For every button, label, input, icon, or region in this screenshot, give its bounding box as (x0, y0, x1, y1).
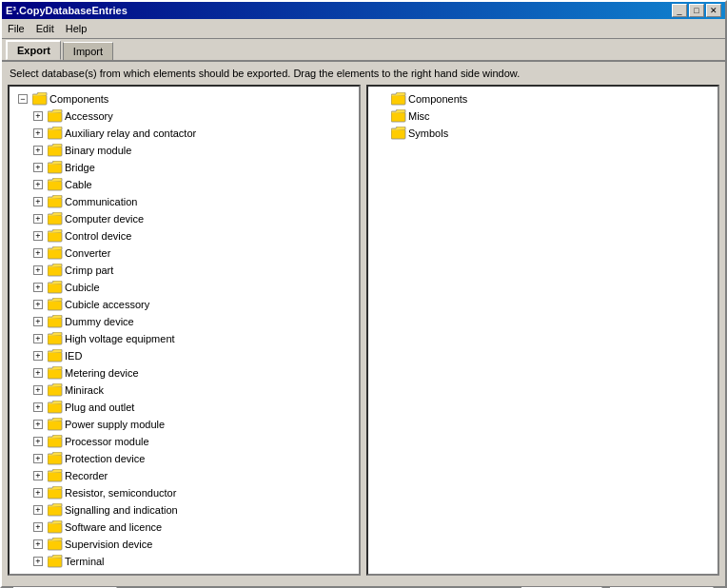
folder-open-icon (32, 92, 48, 106)
expander-icon[interactable]: + (30, 245, 46, 261)
expander-icon[interactable]: + (30, 451, 46, 466)
minimize-button[interactable]: _ (672, 4, 687, 17)
folder-icon (48, 349, 63, 363)
tree-item[interactable]: + Control device (11, 227, 357, 245)
tab-import[interactable]: Import (63, 42, 113, 60)
right-tree-items: Components Misc Symbols (370, 90, 716, 142)
svg-rect-14 (48, 335, 62, 344)
svg-rect-8 (48, 232, 62, 242)
folder-icon (391, 109, 406, 123)
tree-item[interactable]: + Cable (11, 176, 357, 193)
expander-icon[interactable]: + (30, 468, 46, 483)
right-tree-scroll[interactable]: Components Misc Symbols (368, 87, 717, 574)
tree-item[interactable]: + Converter (11, 245, 357, 262)
tree-item[interactable]: + Cubicle accessory (11, 296, 357, 313)
tree-item[interactable]: + Communication (11, 193, 357, 210)
expander-icon[interactable]: + (30, 228, 46, 244)
tree-item[interactable]: + Terminal (11, 553, 357, 570)
instruction-text: Select database(s) from which elements s… (8, 68, 719, 79)
expander-icon[interactable]: + (30, 263, 46, 278)
tree-item-label: Accessory (65, 110, 113, 122)
expander-icon[interactable]: + (30, 314, 46, 329)
expander-icon[interactable]: + (30, 194, 46, 209)
right-tree-item[interactable]: Misc (370, 108, 716, 125)
right-tree-item[interactable]: Components (370, 90, 716, 108)
expander-icon[interactable]: + (30, 417, 46, 432)
expander-icon[interactable]: + (30, 280, 46, 295)
tree-item[interactable]: + Plug and outlet (11, 399, 357, 416)
expander-icon[interactable]: + (30, 108, 46, 124)
tree-item[interactable]: + Computer device (11, 210, 357, 227)
tree-item-label: Cubicle (65, 282, 100, 293)
menu-edit[interactable]: Edit (30, 21, 60, 36)
folder-icon (391, 92, 406, 106)
tree-item[interactable]: + Resistor, semiconductor (11, 484, 357, 501)
tree-item-label: Plug and outlet (65, 402, 134, 413)
tree-item[interactable]: + Cubicle (11, 279, 357, 296)
tree-root-components[interactable]: − Components (11, 90, 357, 108)
expander-icon[interactable]: + (30, 537, 46, 552)
expander-icon[interactable]: + (30, 143, 46, 158)
tree-item[interactable]: + Accessory (11, 108, 357, 125)
tree-item[interactable]: + Supervision device (11, 536, 357, 553)
menu-file[interactable]: File (2, 21, 30, 36)
tree-item-label: High voltage equipment (65, 333, 175, 344)
folder-icon (48, 486, 63, 500)
tree-item[interactable]: + IED (11, 347, 357, 364)
expander-icon[interactable]: + (30, 400, 46, 415)
folder-icon (48, 229, 63, 243)
tree-item-label: Processor module (65, 436, 149, 447)
expander-icon[interactable]: + (30, 331, 46, 346)
folder-icon (48, 503, 63, 517)
expander-icon[interactable]: + (30, 485, 46, 500)
tree-item[interactable]: + Protection device (11, 450, 357, 467)
svg-rect-21 (48, 455, 62, 464)
folder-icon (48, 281, 63, 294)
folder-icon (48, 144, 63, 157)
tab-export[interactable]: Export (6, 40, 61, 60)
tree-item[interactable]: + Processor module (11, 433, 357, 450)
expander-icon[interactable]: + (30, 434, 46, 449)
tree-item[interactable]: + Minirack (11, 382, 357, 399)
tree-item-label: Terminal (65, 556, 105, 567)
tree-item[interactable]: + Recorder (11, 467, 357, 484)
tree-item[interactable]: + Crimp part (11, 262, 357, 279)
right-tree-item[interactable]: Symbols (370, 125, 716, 142)
expander-icon[interactable]: + (30, 177, 46, 192)
close-button[interactable]: ✕ (706, 4, 721, 17)
svg-rect-4 (48, 164, 62, 173)
tree-item[interactable]: + Software and licence (11, 519, 357, 536)
svg-rect-30 (391, 129, 405, 139)
expander-icon[interactable]: + (30, 297, 46, 312)
tree-item-label: Crimp part (65, 265, 113, 276)
expander-icon[interactable]: + (30, 519, 46, 535)
expander-icon[interactable]: + (30, 160, 46, 175)
maximize-button[interactable]: □ (689, 4, 704, 17)
tree-item[interactable]: + Bridge (11, 159, 357, 176)
left-tree-scroll[interactable]: − Components + Accessory + (10, 87, 359, 574)
expander-icon[interactable]: + (30, 365, 46, 381)
tree-item[interactable]: + Auxiliary relay and contactor (11, 125, 357, 142)
tree-item[interactable]: + Power supply module (11, 416, 357, 433)
tree-item-label: Power supply module (65, 419, 165, 430)
folder-icon (48, 298, 63, 311)
tree-item[interactable]: + High voltage equipment (11, 330, 357, 347)
expander-root[interactable]: − (15, 91, 30, 107)
expander-icon[interactable]: + (30, 382, 46, 398)
expander-icon[interactable]: + (30, 502, 46, 518)
content-area: Select database(s) from which elements s… (2, 62, 725, 588)
tree-item[interactable]: + Binary module (11, 142, 357, 159)
bottom-bar: Select source DB Export to file Import d… (8, 581, 719, 588)
tree-item[interactable]: + Signalling and indication (11, 501, 357, 519)
tree-item[interactable]: + Metering device (11, 364, 357, 382)
svg-rect-16 (48, 369, 62, 379)
expander-icon[interactable]: + (30, 554, 46, 569)
tree-item[interactable]: + Dummy device (11, 313, 357, 330)
folder-icon (391, 127, 406, 140)
menu-help[interactable]: Help (60, 21, 93, 36)
expander-icon[interactable]: + (30, 211, 46, 226)
expander-icon[interactable]: + (30, 126, 46, 141)
expander-icon[interactable]: + (30, 348, 46, 363)
folder-icon (48, 366, 63, 380)
title-bar-controls: _ □ ✕ (672, 4, 721, 17)
